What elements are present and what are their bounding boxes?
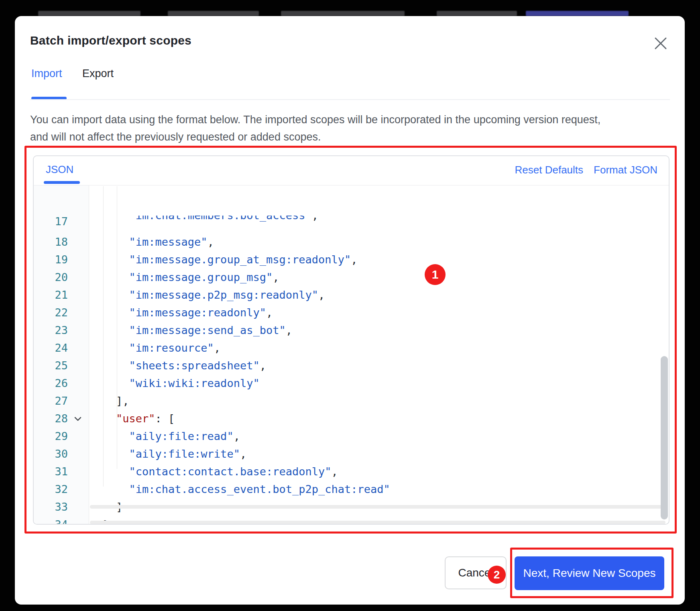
code-line: ],	[90, 392, 667, 410]
code-line: "im:chat:members:bot_access",	[90, 216, 667, 232]
code-line: "aily:file:write",	[90, 445, 667, 463]
annotation-badge-2: 2	[488, 566, 506, 584]
tab-export[interactable]: Export	[82, 67, 114, 80]
background-page-fragment	[168, 11, 259, 16]
line-number: 32	[34, 481, 68, 498]
tab-import[interactable]: Import	[31, 67, 62, 80]
line-number: 17	[34, 216, 68, 232]
editor-header: JSON Reset Defaults Format JSON	[34, 156, 669, 185]
annotation-badge-1: 1	[425, 264, 446, 285]
line-number: 34	[34, 516, 68, 525]
line-number: 24	[34, 339, 68, 357]
line-number: 25	[34, 357, 68, 375]
tab-json[interactable]: JSON	[46, 163, 73, 176]
line-number: 20	[34, 269, 68, 286]
format-json-link[interactable]: Format JSON	[594, 164, 657, 176]
line-number-gutter: 17181920212223242526272829303132333435	[34, 185, 89, 525]
line-number: 28	[34, 410, 68, 428]
tabs-divider	[30, 99, 670, 100]
fold-chevron-down-icon[interactable]	[73, 410, 83, 428]
code-line: "aily:file:read",	[90, 428, 667, 445]
line-number: 21	[34, 286, 68, 304]
background-page-fragment	[38, 11, 140, 16]
code-line: "im:message:readonly",	[90, 304, 667, 322]
code-line: "im:message.group_msg",	[90, 269, 667, 286]
vertical-scrollbar-thumb[interactable]	[661, 356, 668, 519]
json-editor-card: JSON Reset Defaults Format JSON 17181920…	[33, 155, 669, 525]
close-icon	[654, 37, 667, 52]
close-button[interactable]	[653, 37, 668, 52]
line-number: 29	[34, 428, 68, 445]
screen: Batch import/export scopes Import Export…	[0, 0, 700, 611]
next-review-scopes-button[interactable]: Next, Review New Scopes	[515, 556, 664, 590]
code-line: "im:message.group_at_msg:readonly",	[90, 251, 667, 269]
line-number: 31	[34, 463, 68, 481]
line-number: 19	[34, 251, 68, 269]
json-tab-underline	[44, 181, 80, 184]
line-number: 26	[34, 375, 68, 392]
background-page-fragment	[281, 11, 405, 16]
code-line: "im:resource",	[90, 339, 667, 357]
line-number: 33	[34, 498, 68, 516]
code-line: "im:message",	[90, 233, 667, 251]
line-number: 18	[34, 233, 68, 251]
line-number: 30	[34, 445, 68, 463]
line-number: 23	[34, 322, 68, 339]
modal-description-line1: You can import data using the format bel…	[30, 111, 672, 128]
code-line: "im:chat.access_event.bot_p2p_chat:read"	[90, 481, 667, 498]
code-line: "wiki:wiki:readonly"	[90, 375, 667, 392]
modal-description-line2: and will not affect the previously reque…	[30, 128, 672, 146]
json-code-editor[interactable]: 17181920212223242526272829303132333435 "…	[34, 185, 669, 524]
code-line: "im:message.p2p_msg:readonly",	[90, 286, 667, 304]
horizontal-scrollbar-track[interactable]	[90, 521, 665, 524]
code-line: "im:message:send_as_bot",	[90, 322, 667, 339]
line-number: 22	[34, 304, 68, 322]
background-page-link-fragment	[526, 11, 629, 16]
modal-title: Batch import/export scopes	[30, 34, 191, 47]
code-line: "user": [	[90, 410, 667, 428]
horizontal-scrollbar[interactable]	[90, 505, 665, 509]
reset-defaults-link[interactable]: Reset Defaults	[515, 164, 584, 176]
code-line: "sheets:spreadsheet",	[90, 357, 667, 375]
code-line: "contact:contact.base:readonly",	[90, 463, 667, 481]
background-page-fragment	[437, 11, 517, 16]
line-number: 27	[34, 392, 68, 410]
